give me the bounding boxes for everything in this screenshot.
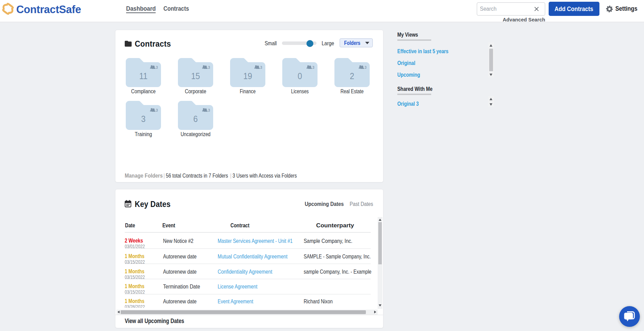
svg-text:3: 3 (208, 65, 210, 69)
svg-text:15: 15 (191, 71, 200, 81)
svg-text:3: 3 (312, 65, 314, 69)
svg-text:3: 3 (141, 114, 146, 124)
svg-text:3: 3 (208, 108, 210, 112)
svg-text:2: 2 (350, 71, 354, 81)
svg-text:19: 19 (243, 71, 252, 81)
svg-text:3: 3 (156, 108, 158, 112)
svg-text:6: 6 (193, 114, 198, 124)
svg-text:3: 3 (364, 65, 367, 69)
svg-text:11: 11 (139, 71, 148, 81)
svg-text:3: 3 (260, 65, 262, 69)
svg-text:0: 0 (298, 71, 302, 81)
svg-text:3: 3 (156, 65, 158, 69)
